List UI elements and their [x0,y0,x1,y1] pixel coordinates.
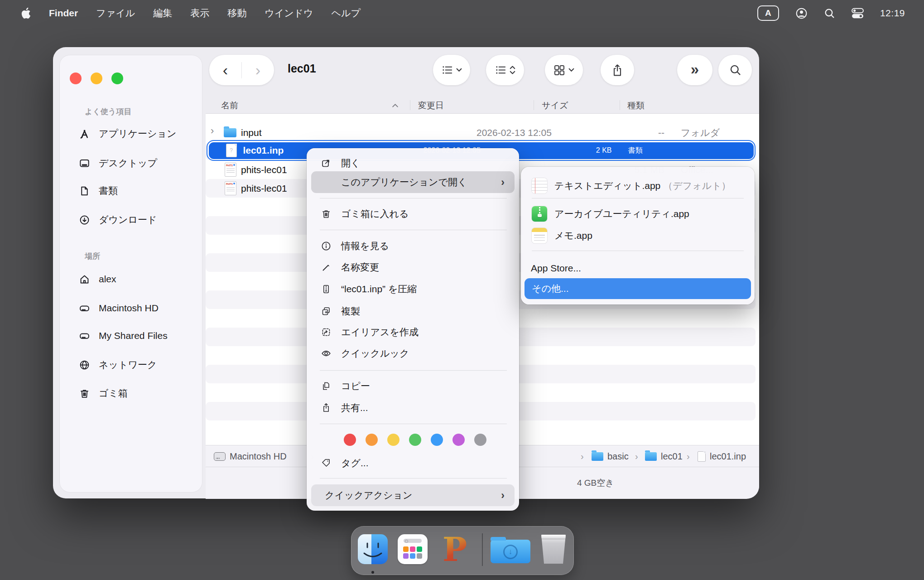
submenu-item-other-highlighted[interactable]: その他... [525,278,751,299]
sidebar-item-home-alex[interactable]: alex [79,270,116,288]
sidebar-label: alex [99,274,116,285]
home-icon [79,274,90,285]
launchpad-dock-icon[interactable] [398,534,428,564]
tag-icon [321,458,332,469]
sort-order-button[interactable] [486,55,524,85]
path-segment-macintosh-hd[interactable]: Macintosh HD [214,445,287,467]
column-divider[interactable] [410,100,410,110]
info-icon [321,241,332,251]
search-button[interactable] [718,55,752,85]
sidebar-label: 書類 [99,184,118,197]
trash-dock-icon[interactable] [540,535,567,564]
forward-button[interactable]: › [242,61,274,79]
tag-orange[interactable] [366,434,378,446]
apple-menu-icon[interactable] [21,7,31,19]
group-by-button[interactable] [545,55,583,85]
menu-edit[interactable]: 編集 [153,7,172,19]
menu-item-quick-actions[interactable]: クイックアクション › [311,484,515,506]
back-button[interactable]: ‹ [209,61,241,79]
sidebar-item-trash[interactable]: ゴミ箱 [79,384,128,402]
sidebar-item-desktop[interactable]: デスクトップ [79,154,157,172]
menu-separator [320,198,507,198]
submenu-item-label: その他... [532,282,569,295]
tag-yellow[interactable] [387,434,399,446]
menu-app-name[interactable]: Finder [49,8,78,19]
tag-green[interactable] [409,434,421,446]
file-row-input[interactable]: › input 2026-02-13 12:05 -- フォルダ [206,123,756,142]
chevron-down-icon [456,68,462,72]
menu-item-tags[interactable]: タグ... [307,453,519,474]
file-name: phits-lec01 [241,164,287,175]
spotlight-search-icon[interactable] [824,8,835,19]
close-window-button[interactable] [70,72,82,84]
menu-window[interactable]: ウインドウ [265,7,313,19]
sidebar-item-macintosh-hd[interactable]: Macintosh HD [79,299,159,317]
column-header-kind[interactable]: 種類 [627,97,645,113]
more-toolbar-items-button[interactable]: » [677,55,712,85]
tag-purple[interactable] [452,434,465,446]
column-divider[interactable] [620,100,620,110]
path-segment-basic[interactable]: basic [592,445,629,467]
menu-item-share[interactable]: 共有... [307,397,519,418]
menu-file[interactable]: ファイル [96,7,135,19]
menu-item-rename[interactable]: 名称変更 [307,257,519,278]
sidebar-item-downloads[interactable]: ダウンロード [79,211,157,229]
column-header-date[interactable]: 変更日 [418,97,444,113]
finder-dock-icon[interactable] [358,534,388,564]
up-down-chevrons-icon [510,66,515,74]
column-divider[interactable] [534,100,534,110]
menu-item-open[interactable]: 開く [307,153,519,174]
submenu-item-textedit[interactable]: テキストエディット.app （デフォルト） [521,175,755,196]
share-icon [321,402,332,413]
menu-item-make-alias[interactable]: エイリアスを作成 [307,322,519,343]
menu-item-duplicate[interactable]: 複製 [307,301,519,322]
rename-pencil-icon [321,262,332,273]
file-name: input [241,127,262,138]
tag-red[interactable] [344,434,356,446]
control-center-icon[interactable] [852,8,864,19]
open-with-submenu: テキストエディット.app （デフォルト） アーカイブユーティリティ.app メ… [521,167,755,304]
column-header-name[interactable]: 名前 [221,97,238,113]
context-menu: 開く このアプリケーションで開く › ゴミ箱に入れる 情報を見る 名称変更 “l… [307,148,519,511]
view-as-list-button[interactable] [433,55,470,85]
menu-separator [320,370,507,371]
tag-gray[interactable] [474,434,486,446]
phits-dock-icon[interactable]: P [440,533,470,566]
sidebar-item-my-shared-files[interactable]: My Shared Files [79,327,168,345]
disclosure-chevron-icon[interactable]: › [211,125,214,137]
menu-item-quick-look[interactable]: クイックルック [307,343,519,364]
sidebar-item-documents[interactable]: 書類 [79,182,118,200]
sidebar-label: ダウンロード [99,213,157,226]
quick-look-eye-icon [321,348,332,359]
sidebar-item-applications[interactable]: アプリケーション [79,125,176,143]
menu-separator [532,251,744,251]
submenu-chevron-icon: › [501,484,505,506]
menu-item-get-info[interactable]: 情報を見る [307,236,519,256]
file-name: phits-lec01 [241,183,287,194]
menu-help[interactable]: ヘルプ [332,7,361,19]
submenu-item-archive-utility[interactable]: アーカイブユーティリティ.app [521,203,755,224]
share-button[interactable] [601,55,634,85]
zoom-window-button[interactable] [111,72,123,84]
path-segment-lec01[interactable]: lec01 [645,445,683,467]
menu-bar-clock[interactable]: 12:19 [880,8,905,19]
path-label: lec01 [661,451,683,462]
menu-item-move-to-trash[interactable]: ゴミ箱に入れる [307,203,519,224]
tag-blue[interactable] [431,434,443,446]
sidebar-item-network[interactable]: ネットワーク [79,356,157,374]
minimize-window-button[interactable] [91,72,102,84]
submenu-item-app-store[interactable]: App Store... [521,258,755,279]
menu-item-compress[interactable]: “lec01.inp” を圧縮 [307,279,519,300]
menu-item-open-with[interactable]: このアプリケーションで開く › [311,171,515,193]
input-source-badge[interactable]: A [757,5,779,21]
menu-view[interactable]: 表示 [190,7,209,19]
menu-go[interactable]: 移動 [227,7,246,19]
menu-item-copy[interactable]: コピー [307,376,519,396]
downloads-folder-dock-icon[interactable]: ↓ [491,537,530,563]
compress-icon [321,284,332,295]
submenu-item-notes[interactable]: メモ.app [521,225,755,246]
path-segment-lec01-inp[interactable]: lec01.inp [698,445,746,467]
appstore-icon [79,128,90,140]
user-account-icon[interactable] [795,7,808,19]
column-header-size[interactable]: サイズ [542,97,568,113]
